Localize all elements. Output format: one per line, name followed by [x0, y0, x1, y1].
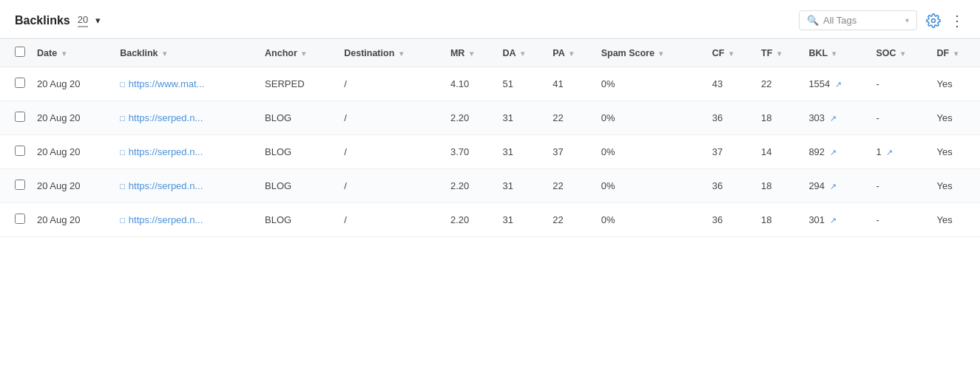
cell-destination: / — [338, 169, 445, 203]
cell-bkl: 1554 ↗ — [802, 67, 870, 101]
date-sort-icon: ▾ — [62, 50, 66, 58]
backlink-link[interactable]: □https://serped.n... — [120, 214, 253, 225]
row-checkbox[interactable] — [15, 214, 25, 224]
header-right: 🔍 All Tags ▾ ⋮ — [799, 10, 965, 30]
row-checkbox[interactable] — [15, 78, 25, 88]
header-left: Backlinks 20 ▾ — [15, 14, 101, 27]
col-header-anchor[interactable]: Anchor ▾ — [259, 39, 338, 67]
row-checkbox-cell — [0, 203, 31, 237]
external-link-icon: □ — [120, 80, 125, 89]
cf-sort-icon: ▾ — [729, 50, 733, 58]
backlink-link[interactable]: □https://serped.n... — [120, 146, 253, 157]
backlink-link[interactable]: □https://serped.n... — [120, 112, 253, 123]
col-header-destination[interactable]: Destination ▾ — [338, 39, 445, 67]
backlink-link[interactable]: □https://serped.n... — [120, 180, 253, 191]
header-checkbox-cell — [0, 39, 31, 67]
tf-sort-icon: ▾ — [777, 50, 781, 58]
cell-date: 20 Aug 20 — [31, 67, 114, 101]
backlink-sort-icon: ▾ — [163, 50, 166, 58]
cell-soc: - — [870, 101, 930, 135]
table-header-row: Date ▾ Backlink ▾ Anchor ▾ Destination ▾… — [0, 39, 980, 67]
cell-backlink[interactable]: □https://serped.n... — [114, 203, 259, 237]
cell-mr: 4.10 — [445, 67, 497, 101]
cell-soc: - — [870, 67, 930, 101]
cell-spam-score: 0% — [595, 101, 706, 135]
cell-spam-score: 0% — [595, 203, 706, 237]
cell-bkl: 892 ↗ — [802, 135, 870, 169]
backlink-link[interactable]: □https://www.mat... — [120, 78, 253, 89]
bkl-arrow-icon: ↗ — [830, 148, 837, 157]
cell-df: Yes — [931, 101, 981, 135]
cell-date: 20 Aug 20 — [31, 169, 114, 203]
external-link-icon: □ — [120, 216, 125, 225]
external-link-icon: □ — [120, 114, 125, 123]
row-checkbox-cell — [0, 135, 31, 169]
col-header-tf[interactable]: TF ▾ — [755, 39, 802, 67]
cell-cf: 36 — [706, 169, 755, 203]
cell-pa: 22 — [547, 169, 595, 203]
search-icon: 🔍 — [807, 15, 819, 26]
col-header-mr[interactable]: MR ▾ — [445, 39, 497, 67]
header-bar: Backlinks 20 ▾ 🔍 All Tags ▾ ⋮ — [0, 0, 980, 38]
more-options-icon[interactable]: ⋮ — [950, 12, 965, 30]
cell-mr: 2.20 — [445, 203, 497, 237]
cell-backlink[interactable]: □https://www.mat... — [114, 67, 259, 101]
tags-label: All Tags — [823, 15, 856, 26]
cell-backlink[interactable]: □https://serped.n... — [114, 169, 259, 203]
cell-cf: 43 — [706, 67, 755, 101]
col-header-backlink[interactable]: Backlink ▾ — [114, 39, 259, 67]
cell-anchor: BLOG — [259, 101, 338, 135]
soc-arrow-icon: ↗ — [886, 148, 893, 157]
cell-soc: - — [870, 203, 930, 237]
col-header-cf[interactable]: CF ▾ — [706, 39, 755, 67]
cell-destination: / — [338, 135, 445, 169]
cell-soc: - — [870, 169, 930, 203]
cell-bkl: 303 ↗ — [802, 101, 870, 135]
pa-sort-icon: ▾ — [570, 50, 573, 58]
tags-dropdown[interactable]: 🔍 All Tags ▾ — [799, 10, 917, 30]
cell-anchor: BLOG — [259, 135, 338, 169]
soc-sort-icon: ▾ — [901, 50, 905, 58]
settings-icon[interactable] — [926, 13, 941, 28]
cell-destination: / — [338, 67, 445, 101]
col-header-df[interactable]: DF ▾ — [931, 39, 981, 67]
backlink-text: https://serped.n... — [129, 214, 203, 225]
col-header-bkl[interactable]: BKL ▾ — [802, 39, 870, 67]
row-checkbox[interactable] — [15, 112, 25, 122]
select-all-checkbox[interactable] — [15, 47, 25, 57]
cell-spam-score: 0% — [595, 169, 706, 203]
cell-mr: 3.70 — [445, 135, 497, 169]
cell-destination: / — [338, 203, 445, 237]
cell-pa: 22 — [547, 101, 595, 135]
col-header-da[interactable]: DA ▾ — [497, 39, 547, 67]
row-checkbox-cell — [0, 101, 31, 135]
count-chevron[interactable]: ▾ — [95, 15, 101, 26]
row-checkbox-cell — [0, 67, 31, 101]
cell-bkl: 301 ↗ — [802, 203, 870, 237]
cell-backlink[interactable]: □https://serped.n... — [114, 135, 259, 169]
col-header-spam[interactable]: Spam Score ▾ — [595, 39, 706, 67]
bkl-sort-icon: ▾ — [832, 50, 836, 58]
row-checkbox[interactable] — [15, 146, 25, 156]
cell-da: 51 — [497, 67, 547, 101]
count-badge[interactable]: 20 — [78, 14, 88, 27]
cell-bkl: 294 ↗ — [802, 169, 870, 203]
df-sort-icon: ▾ — [954, 50, 958, 58]
bkl-arrow-icon: ↗ — [835, 80, 842, 89]
cell-soc: 1 ↗ — [870, 135, 930, 169]
row-checkbox[interactable] — [15, 180, 25, 190]
col-header-soc[interactable]: SOC ▾ — [870, 39, 930, 67]
cell-tf: 18 — [755, 101, 802, 135]
bkl-arrow-icon: ↗ — [830, 182, 837, 191]
svg-point-0 — [932, 18, 936, 22]
cell-tf: 18 — [755, 169, 802, 203]
col-header-date[interactable]: Date ▾ — [31, 39, 114, 67]
table-row: 20 Aug 20□https://serped.n...BLOG/2.2031… — [0, 203, 980, 237]
cell-anchor: BLOG — [259, 169, 338, 203]
cell-backlink[interactable]: □https://serped.n... — [114, 101, 259, 135]
cell-tf: 22 — [755, 67, 802, 101]
cell-pa: 37 — [547, 135, 595, 169]
cell-da: 31 — [497, 135, 547, 169]
col-header-pa[interactable]: PA ▾ — [547, 39, 595, 67]
cell-spam-score: 0% — [595, 67, 706, 101]
